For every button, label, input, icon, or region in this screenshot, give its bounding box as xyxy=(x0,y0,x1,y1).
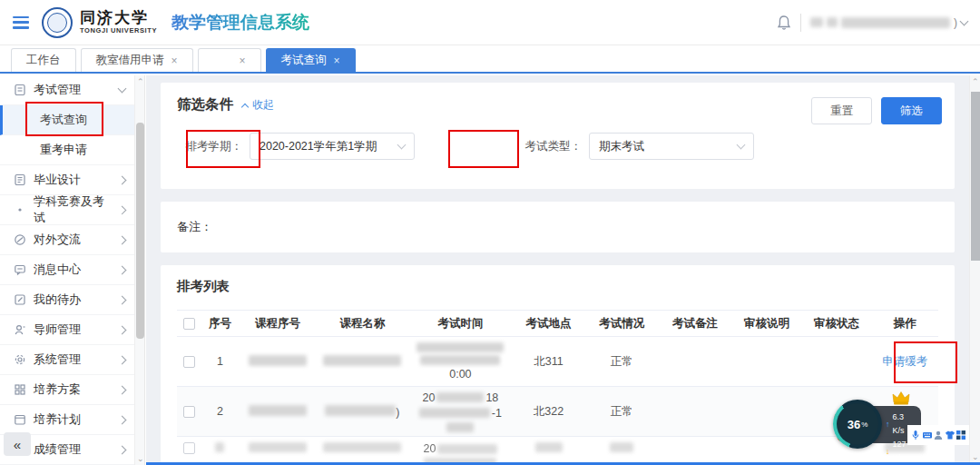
close-icon[interactable]: × xyxy=(172,54,178,67)
notification-bell-icon[interactable] xyxy=(777,15,791,31)
redacted-user-text xyxy=(810,17,823,27)
sidebar-item-system-management[interactable]: 系统管理 xyxy=(0,345,134,375)
reset-button-label: 重置 xyxy=(830,104,853,119)
close-icon[interactable]: × xyxy=(240,54,246,67)
close-icon[interactable]: × xyxy=(334,54,340,67)
scroll-down-icon[interactable]: ⌄ xyxy=(972,452,978,461)
chevron-down-icon xyxy=(737,141,746,150)
sidebar-item-external-exchange[interactable]: 对外交流 xyxy=(0,225,134,255)
col-exam-condition: 考试情况 xyxy=(585,316,659,331)
filter-submit-button[interactable]: 筛选 xyxy=(881,97,942,124)
sidebar-item-exam-management[interactable]: 考试管理 xyxy=(0,75,134,105)
chevron-right-icon xyxy=(118,295,127,304)
semester-field-label: 排考学期： xyxy=(177,139,242,154)
upload-rate: 6.3 K/s xyxy=(893,411,906,438)
skin-shirt-icon[interactable] xyxy=(945,430,956,440)
remark-card: 备注： xyxy=(161,202,955,252)
redacted-time xyxy=(436,392,484,402)
sidebar-item-retake-apply[interactable]: 重考申请 xyxy=(0,135,134,165)
sidebar-item-label: 成绩管理 xyxy=(34,441,81,458)
exam-type-select-value: 期末考试 xyxy=(599,139,644,154)
sidebar-item-graduation-design[interactable]: 毕业设计 xyxy=(0,165,134,195)
tab-workbench[interactable]: 工作台 xyxy=(11,48,76,72)
scroll-down-icon[interactable]: ⌄ xyxy=(137,454,144,463)
keyboard-icon[interactable] xyxy=(922,430,933,440)
col-review-status: 审核状态 xyxy=(801,316,871,331)
apply-deferred-exam-link[interactable]: 申请缓考 xyxy=(882,355,927,368)
filter-card: 筛选条件 收起 重置 筛选 排考学期： 2020-2021学年第1学期 xyxy=(161,83,955,189)
university-name-en: TONGJI UNIVERSITY xyxy=(80,27,157,35)
chevron-down-icon xyxy=(960,16,969,25)
redacted-course-name xyxy=(325,405,396,416)
redacted-time xyxy=(419,408,490,418)
scroll-up-icon[interactable]: ⌃ xyxy=(137,77,144,86)
row-checkbox[interactable] xyxy=(183,406,195,418)
select-all-checkbox[interactable] xyxy=(183,318,195,330)
person-icon[interactable] xyxy=(933,430,944,440)
percent-sign: % xyxy=(861,420,867,429)
time-visible-text: -1 xyxy=(492,407,502,420)
sidebar-item-my-todo[interactable]: 我的待办 xyxy=(0,285,134,315)
hamburger-menu-icon[interactable] xyxy=(13,16,29,29)
tab-empty[interactable]: × xyxy=(198,48,261,72)
tab-label: 教室借用申请 xyxy=(96,53,164,68)
redacted-course-name xyxy=(323,355,401,366)
cell-condition: 正常 xyxy=(585,354,659,370)
row-checkbox[interactable] xyxy=(183,356,195,368)
reset-button[interactable]: 重置 xyxy=(811,97,872,124)
page-scrollbar[interactable]: ⌃ ⌄ xyxy=(969,75,980,465)
sidebar-item-exam-query[interactable]: 考试查询 xyxy=(0,105,134,135)
chevron-right-icon xyxy=(118,415,127,424)
scroll-up-icon[interactable]: ⌃ xyxy=(972,77,979,86)
redacted-user-text xyxy=(841,17,950,28)
sidebar-item-label: 考试查询 xyxy=(40,112,87,128)
scrollbar-thumb[interactable] xyxy=(136,123,144,339)
col-seq: 序号 xyxy=(201,316,240,331)
col-course-name: 课程名称 xyxy=(316,316,409,331)
chevron-down-icon xyxy=(118,84,127,94)
calendar-icon xyxy=(13,413,26,427)
upload-arrow-icon: ↑ xyxy=(886,418,890,431)
microphone-icon[interactable] xyxy=(910,430,921,440)
sidebar-scrollbar[interactable]: ⌃ ⌄ xyxy=(134,75,144,465)
sidebar-item-training-plan[interactable]: 培养计划 xyxy=(0,405,134,435)
tab-classroom-borrow[interactable]: 教室借用申请 × xyxy=(81,48,193,72)
sidebar-collapse-button[interactable]: « xyxy=(4,432,31,456)
collapse-link-label: 收起 xyxy=(252,97,274,113)
sidebar-item-message-center[interactable]: 消息中心 xyxy=(0,255,134,285)
table-row: 1 0:00 北311 正常 申请缓考 xyxy=(177,337,938,387)
ime-toolbar xyxy=(907,425,969,445)
download-arrow-icon: ↓ xyxy=(886,445,890,459)
download-rate: 127 K/s xyxy=(893,438,906,465)
progress-ring[interactable]: 36% xyxy=(833,400,882,449)
exam-type-select[interactable]: 期末考试 xyxy=(589,133,754,160)
table-row: 20 xyxy=(177,437,938,465)
tab-exam-query[interactable]: 考试查询 × xyxy=(266,48,356,72)
sidebar-item-training-program[interactable]: 培养方案 xyxy=(0,375,134,405)
sidebar-item-competitions-exams[interactable]: 学科竞赛及考试 xyxy=(0,195,134,225)
toolbox-grid-icon[interactable] xyxy=(956,430,966,440)
cell-course-name: ) xyxy=(316,405,409,419)
person-icon xyxy=(13,323,26,337)
exam-doc-icon xyxy=(13,84,26,97)
user-account-menu[interactable]: ) xyxy=(810,16,967,29)
bullet-dot-icon xyxy=(13,203,26,217)
chevron-up-icon xyxy=(241,103,249,110)
sidebar-nav: 考试管理 考试查询 重考申请 毕业设计 学科竞赛及考试 xyxy=(0,75,145,465)
cell-condition: 正常 xyxy=(585,404,659,420)
redacted-course-no xyxy=(249,355,307,366)
filter-collapse-link[interactable]: 收起 xyxy=(242,97,274,113)
scrollbar-thumb[interactable] xyxy=(971,92,980,261)
redacted-seq xyxy=(215,442,224,452)
exam-list-title: 排考列表 xyxy=(177,278,938,295)
tab-label: 工作台 xyxy=(26,53,61,68)
semester-select[interactable]: 2020-2021学年第1学期 xyxy=(250,133,415,160)
sidebar-item-label: 毕业设计 xyxy=(34,172,81,188)
row-checkbox[interactable] xyxy=(183,442,195,454)
cell-exam-time: 20 18 -1 xyxy=(409,391,512,432)
gear-icon xyxy=(13,353,26,367)
sidebar-item-mentor-management[interactable]: 导师管理 xyxy=(0,315,134,345)
time-visible-text: 0:00 xyxy=(449,368,471,381)
university-logo: 同济大学 TONGJI UNIVERSITY xyxy=(42,7,157,38)
cell-location: 北311 xyxy=(512,354,585,370)
